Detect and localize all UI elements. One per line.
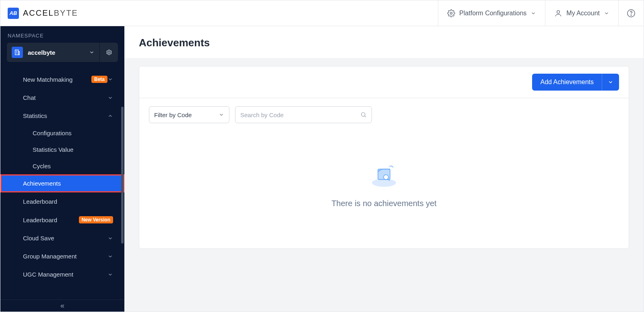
badge: New Version	[79, 216, 113, 223]
brand-name-2: BYTE	[54, 8, 78, 17]
chevron-down-icon	[107, 272, 113, 277]
add-button-dropdown[interactable]	[602, 74, 619, 91]
topbar-right: Platform Configurations My Account	[438, 0, 644, 26]
namespace-heading: NAMESPACE	[0, 26, 124, 43]
sidebar-item-label: UGC Management	[23, 271, 107, 278]
empty-text: There is no achievements yet	[331, 199, 436, 208]
namespace-settings-button[interactable]	[99, 43, 118, 62]
namespace-selector[interactable]: accelbyte	[7, 43, 99, 62]
sidebar: NAMESPACE accelbyte New Match	[0, 26, 124, 312]
svg-point-10	[361, 113, 365, 116]
chevron-double-left-icon: «	[60, 302, 64, 310]
content-card: Add Achievements Filter by Code	[139, 66, 629, 249]
sidebar-item-group-management[interactable]: Group Management	[0, 247, 124, 265]
collapse-sidebar-button[interactable]: «	[0, 300, 124, 312]
svg-line-11	[365, 116, 366, 117]
sidebar-item-label: Group Management	[23, 253, 107, 260]
sidebar-item-achievements[interactable]: Achievements	[0, 174, 124, 192]
my-account-label: My Account	[566, 10, 600, 17]
sidebar-item-ugc-management[interactable]: UGC Management	[0, 265, 124, 283]
add-achievements-button[interactable]: Add Achievements	[532, 74, 619, 91]
badge: Beta	[91, 76, 107, 83]
main-content: Achievements Add Achievements Filter by …	[124, 26, 644, 312]
sidebar-nav: New MatchmakingBetaChatStatisticsConfigu…	[0, 68, 124, 286]
chevron-down-icon	[604, 10, 609, 16]
chevron-down-icon	[107, 236, 113, 241]
sidebar-subitem-statistics-value[interactable]: Statistics Value	[0, 141, 124, 158]
building-icon	[12, 47, 23, 58]
svg-rect-8	[19, 52, 20, 55]
filter-by-code-select[interactable]: Filter by Code	[149, 106, 229, 123]
gear-icon	[447, 9, 455, 17]
sidebar-item-label: Statistics	[23, 112, 107, 119]
sidebar-item-label: Leaderboard	[23, 217, 76, 223]
sidebar-item-leaderboard[interactable]: LeaderboardNew Version	[0, 211, 124, 229]
help-icon	[627, 9, 636, 18]
top-bar: AB ACCELBYTE Platform Configurations My …	[0, 0, 644, 26]
brand-name: ACCELBYTE	[23, 8, 78, 18]
chevron-down-icon	[219, 112, 224, 118]
user-icon	[554, 9, 562, 17]
platform-configurations-menu[interactable]: Platform Configurations	[438, 0, 545, 26]
gear-icon	[106, 49, 112, 56]
chevron-down-icon	[107, 254, 113, 259]
sidebar-item-label: New Matchmaking	[23, 76, 88, 83]
sidebar-subitem-configurations[interactable]: Configurations	[0, 125, 124, 141]
chevron-up-icon	[107, 113, 113, 119]
chevron-down-icon	[107, 76, 113, 82]
add-button-label: Add Achievements	[532, 74, 602, 91]
svg-point-3	[631, 14, 631, 15]
platform-configurations-label: Platform Configurations	[459, 10, 526, 17]
sidebar-item-label: Leaderboard	[23, 198, 113, 205]
search-input[interactable]	[240, 112, 360, 118]
sidebar-subitem-cycles[interactable]: Cycles	[0, 158, 124, 174]
chevron-down-icon	[608, 79, 613, 85]
svg-point-12	[372, 179, 396, 187]
svg-point-9	[108, 52, 110, 53]
sidebar-item-label: Chat	[23, 94, 107, 101]
search-icon	[360, 112, 367, 118]
svg-point-1	[557, 10, 560, 13]
help-button[interactable]	[618, 0, 644, 26]
my-account-menu[interactable]: My Account	[545, 0, 618, 26]
brand[interactable]: AB ACCELBYTE	[0, 8, 78, 19]
page-title: Achievements	[124, 26, 644, 58]
sidebar-item-new-matchmaking[interactable]: New MatchmakingBeta	[0, 70, 124, 89]
chevron-down-icon	[530, 10, 536, 16]
empty-folder-icon	[370, 163, 398, 188]
svg-point-0	[450, 12, 452, 14]
search-by-code-field[interactable]	[235, 106, 372, 123]
sidebar-item-statistics[interactable]: Statistics	[0, 107, 124, 125]
filter-label: Filter by Code	[154, 112, 192, 118]
brand-logo-icon: AB	[8, 8, 19, 19]
sidebar-item-cloud-save[interactable]: Cloud Save	[0, 229, 124, 247]
sidebar-item-label: Cloud Save	[23, 235, 107, 242]
scrollbar-thumb[interactable]	[121, 107, 124, 244]
brand-name-1: ACCEL	[23, 8, 54, 17]
chevron-down-icon	[107, 95, 113, 101]
chevron-down-icon	[89, 50, 95, 55]
sidebar-item-chat[interactable]: Chat	[0, 89, 124, 107]
empty-state: There is no achievements yet	[139, 127, 629, 248]
sidebar-item-leaderboard[interactable]: Leaderboard	[0, 192, 124, 211]
namespace-name: accelbyte	[28, 49, 84, 56]
sidebar-item-label: Achievements	[23, 180, 113, 187]
